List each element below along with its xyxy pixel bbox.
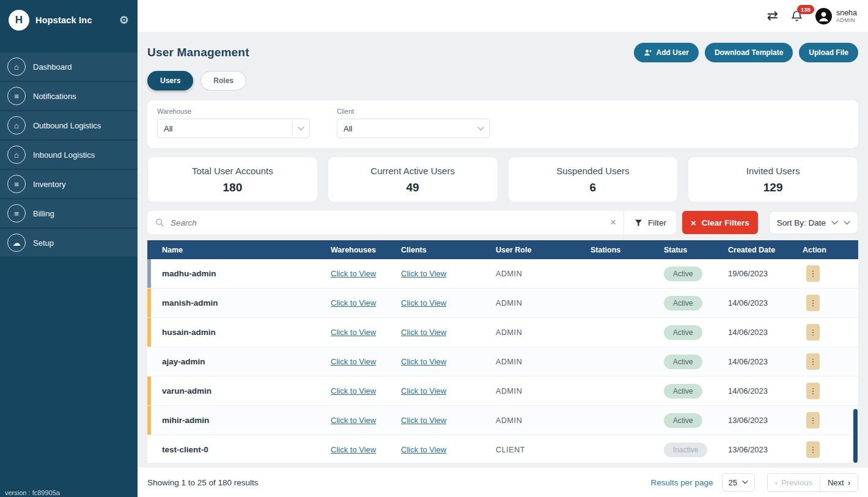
app-root: H Hopstack Inc ⚙ ⌂ Dashboard ≡ Notificat…: [0, 0, 868, 497]
stat-label: Suspended Users: [515, 166, 672, 176]
clients-link[interactable]: Click to View: [401, 357, 446, 366]
sidebar-item-outbound-logistics[interactable]: ⌂ Outbound Logistics: [0, 111, 138, 141]
pager: ‹ Previous Next ›: [767, 473, 858, 492]
notification-badge: 138: [797, 5, 814, 14]
sidebar-item-dashboard[interactable]: ⌂ Dashboard: [0, 53, 138, 82]
notifications-icon: ≡: [7, 87, 26, 105]
row-accent: [147, 377, 151, 405]
pagination-bar: Showing 1 to 25 of 180 results Results p…: [138, 468, 868, 497]
sidebar-item-inventory[interactable]: ≡ Inventory: [0, 170, 138, 199]
row-actions-button[interactable]: ⋮: [806, 265, 820, 282]
user-menu[interactable]: sneha ADMIN: [815, 8, 857, 24]
clients-link[interactable]: Click to View: [401, 269, 446, 278]
previous-page-button[interactable]: ‹ Previous: [768, 474, 820, 491]
warehouses-link[interactable]: Click to View: [331, 328, 376, 337]
warehouses-link[interactable]: Click to View: [331, 298, 376, 307]
filter-button[interactable]: Filter: [623, 211, 676, 234]
warehouses-link[interactable]: Click to View: [331, 416, 376, 425]
table-row: manish-admin Click to View Click to View…: [147, 289, 858, 318]
clients-link[interactable]: Click to View: [401, 328, 446, 337]
status-badge: Active: [664, 355, 702, 369]
search-input[interactable]: [164, 218, 603, 227]
row-actions-button[interactable]: ⋮: [806, 441, 820, 458]
page-header: User Management Add User Download Templa…: [147, 43, 858, 62]
filter-card: Warehouse All Client All: [147, 100, 858, 148]
page-size-select[interactable]: 25: [722, 473, 755, 491]
row-accent: [147, 347, 151, 376]
column-header-created-date: Created Date: [728, 246, 803, 254]
sidebar-item-inbound-logistics[interactable]: ⌂ Inbound Logistics: [0, 141, 138, 170]
search-icon: [155, 218, 164, 227]
notifications-button[interactable]: 138: [790, 10, 803, 23]
clients-link[interactable]: Click to View: [401, 416, 446, 425]
previous-label: Previous: [781, 478, 812, 487]
sort-by-select[interactable]: Sort By: Date: [769, 211, 858, 234]
row-actions-button[interactable]: ⋮: [806, 383, 820, 399]
row-accent: [147, 318, 151, 347]
table-row: husain-admin Click to View Click to View…: [147, 318, 858, 347]
clients-link[interactable]: Click to View: [401, 386, 446, 396]
row-actions-button[interactable]: ⋮: [806, 353, 820, 370]
warehouses-link[interactable]: Click to View: [331, 445, 376, 454]
user-role: ADMIN: [496, 358, 590, 366]
inbound-logistics-icon: ⌂: [7, 145, 26, 164]
column-header-stations: Stations: [590, 246, 664, 254]
results-per-page-label: Results per page: [650, 478, 713, 487]
clients-link[interactable]: Click to View: [401, 298, 446, 307]
tab-roles[interactable]: Roles: [200, 71, 246, 90]
stat-label: Current Active Users: [334, 166, 491, 176]
sidebar-item-billing[interactable]: ≡ Billing: [0, 199, 138, 229]
warehouse-select[interactable]: All: [157, 119, 310, 138]
status-badge: Active: [664, 296, 702, 311]
next-page-button[interactable]: Next ›: [820, 474, 858, 491]
warehouses-link[interactable]: Click to View: [331, 269, 376, 278]
row-actions-button[interactable]: ⋮: [806, 324, 820, 341]
pagination-controls: Results per page 25 ‹ Previous Next ›: [650, 473, 858, 492]
sidebar-item-notifications[interactable]: ≡ Notifications: [0, 82, 138, 111]
row-actions-button[interactable]: ⋮: [806, 412, 820, 429]
column-header-status: Status: [664, 246, 728, 254]
clear-filters-button[interactable]: × Clear Filters: [682, 211, 758, 234]
sidebar-item-label: Billing: [33, 209, 54, 218]
sidebar-item-label: Inbound Logistics: [33, 150, 95, 160]
add-user-button[interactable]: Add User: [634, 43, 699, 62]
warehouses-link[interactable]: Click to View: [331, 357, 376, 366]
sidebar-item-label: Setup: [33, 238, 54, 248]
user-role-label: ADMIN: [836, 17, 857, 23]
table-scrollbar[interactable]: [853, 409, 858, 463]
sidebar-nav: ⌂ Dashboard ≡ Notifications ⌂ Outbound L…: [0, 53, 138, 258]
table-body: madhu-admin Click to View Click to View …: [147, 259, 858, 463]
warehouses-link[interactable]: Click to View: [331, 386, 376, 396]
table-toolbar: × Filter × Clear Filters Sort By: Date: [147, 211, 858, 234]
download-template-button[interactable]: Download Template: [705, 43, 793, 62]
created-date: 13/06/2023: [728, 445, 803, 454]
kebab-icon: ⋮: [809, 416, 817, 425]
created-date: 14/06/2023: [728, 298, 803, 307]
icon-glyph: ≡: [14, 92, 19, 101]
sidebar: H Hopstack Inc ⚙ ⌂ Dashboard ≡ Notificat…: [0, 0, 138, 497]
clients-link[interactable]: Click to View: [401, 445, 446, 454]
warehouse-filter-label: Warehouse: [157, 108, 310, 115]
upload-file-button[interactable]: Upload File: [799, 43, 858, 62]
topbar: ⇄ 138 sneha ADMIN: [138, 0, 868, 32]
table-row: varun-admin Click to View Click to View …: [147, 377, 858, 406]
transfer-arrows-icon[interactable]: ⇄: [767, 8, 778, 24]
setup-icon: ☁: [7, 234, 26, 252]
tab-users[interactable]: Users: [147, 71, 193, 90]
client-select[interactable]: All: [337, 119, 490, 138]
next-label: Next: [828, 478, 844, 487]
status-badge: Inactive: [664, 443, 707, 457]
sidebar-item-setup[interactable]: ☁ Setup: [0, 229, 138, 258]
gear-icon[interactable]: ⚙: [119, 15, 129, 26]
row-actions-button[interactable]: ⋮: [806, 295, 820, 311]
user-info: sneha ADMIN: [836, 9, 857, 24]
client-filter-label: Client: [337, 108, 490, 115]
kebab-icon: ⋮: [809, 328, 817, 337]
clear-search-icon[interactable]: ×: [603, 217, 623, 228]
table-row: mihir-admin Click to View Click to View …: [147, 406, 858, 435]
status-badge: Active: [664, 384, 702, 399]
company-logo: H: [9, 10, 29, 31]
client-filter-group: Client All: [337, 108, 490, 138]
stat-value: 49: [334, 181, 491, 194]
users-table: Name Warehouses Clients User Role Statio…: [147, 240, 858, 463]
